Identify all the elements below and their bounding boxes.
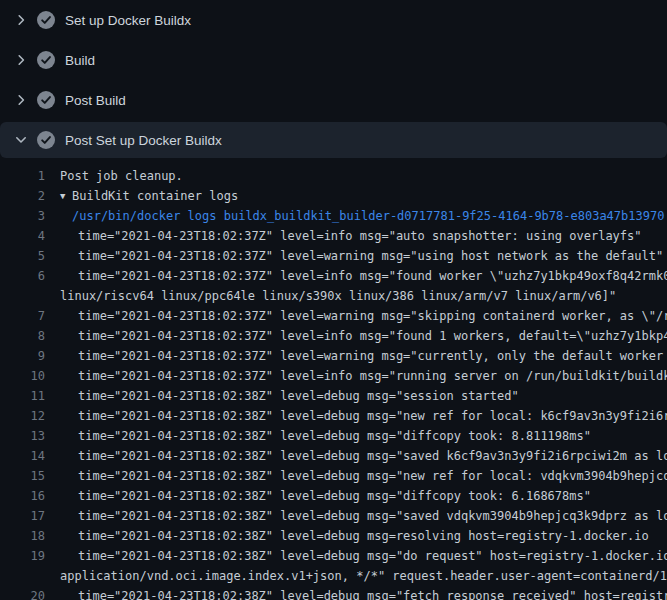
line-number[interactable]: 13 (0, 426, 45, 446)
step-label: Post Build (65, 93, 126, 108)
log-line-command: 3 /usr/bin/docker logs buildx_buildkit_b… (0, 206, 667, 226)
line-number[interactable]: 17 (0, 506, 45, 526)
line-number[interactable]: 6 (0, 266, 45, 286)
log-text: time="2021-04-23T18:02:38Z" level=debug … (45, 506, 667, 526)
line-number[interactable]: 12 (0, 406, 45, 426)
log-text: time="2021-04-23T18:02:38Z" level=debug … (45, 466, 667, 486)
step-row-post-build[interactable]: Post Build (0, 80, 667, 120)
log-line: 11 time="2021-04-23T18:02:38Z" level=deb… (0, 386, 667, 406)
step-row-build[interactable]: Build (0, 40, 667, 80)
step-label: Set up Docker Buildx (65, 13, 191, 28)
log-text: time="2021-04-23T18:02:37Z" level=info m… (45, 266, 667, 286)
chevron-right-icon (13, 12, 29, 28)
log-text: time="2021-04-23T18:02:37Z" level=info m… (45, 226, 642, 246)
group-toggle-icon[interactable]: ▼ (45, 186, 72, 206)
line-number[interactable]: 20 (0, 586, 45, 600)
log-line: 15 time="2021-04-23T18:02:38Z" level=deb… (0, 466, 667, 486)
log-command-text: /usr/bin/docker logs buildx_buildkit_bui… (45, 206, 664, 226)
log-line: 13 time="2021-04-23T18:02:38Z" level=deb… (0, 426, 667, 446)
chevron-right-icon (13, 52, 29, 68)
line-number[interactable]: 19 (0, 546, 45, 566)
line-number[interactable]: 14 (0, 446, 45, 466)
log-group-title[interactable]: BuildKit container logs (72, 186, 238, 206)
log-line-group-header[interactable]: 2 ▼ BuildKit container logs (0, 186, 667, 206)
check-circle-icon (37, 91, 55, 109)
log-line: 7 time="2021-04-23T18:02:37Z" level=warn… (0, 306, 667, 326)
log-line: 10 time="2021-04-23T18:02:37Z" level=inf… (0, 366, 667, 386)
line-number[interactable]: 9 (0, 346, 45, 366)
log-text: time="2021-04-23T18:02:38Z" level=debug … (45, 386, 519, 406)
log-line: 14 time="2021-04-23T18:02:38Z" level=deb… (0, 446, 667, 466)
step-label: Build (65, 53, 95, 68)
check-circle-icon (37, 131, 55, 149)
log-line: 20 time="2021-04-23T18:02:38Z" level=deb… (0, 586, 667, 600)
log-line-wrap-continuation: linux/riscv64 linux/ppc64le linux/s390x … (0, 286, 667, 306)
log-line: 5 time="2021-04-23T18:02:37Z" level=warn… (0, 246, 667, 266)
line-number[interactable]: 5 (0, 246, 45, 266)
chevron-down-icon (13, 132, 29, 148)
line-number[interactable]: 8 (0, 326, 45, 346)
log-text: time="2021-04-23T18:02:37Z" level=warnin… (45, 306, 667, 326)
log-line: 1 Post job cleanup. (0, 166, 667, 186)
check-circle-icon (37, 11, 55, 29)
log-text: time="2021-04-23T18:02:38Z" level=debug … (45, 446, 667, 466)
step-label: Post Set up Docker Buildx (65, 133, 222, 148)
chevron-right-icon (13, 92, 29, 108)
line-number[interactable]: 15 (0, 466, 45, 486)
line-number[interactable]: 16 (0, 486, 45, 506)
log-line-wrap-continuation: application/vnd.oci.image.index.v1+json,… (0, 566, 667, 586)
log-text: time="2021-04-23T18:02:38Z" level=debug … (45, 586, 667, 600)
step-row-set-up-docker-buildx[interactable]: Set up Docker Buildx (0, 0, 667, 40)
log-text: time="2021-04-23T18:02:38Z" level=debug … (45, 486, 591, 506)
workflow-log-viewer: Set up Docker Buildx Build Post Build (0, 0, 667, 600)
log-text: time="2021-04-23T18:02:37Z" level=warnin… (45, 346, 667, 366)
log-line: 17 time="2021-04-23T18:02:38Z" level=deb… (0, 506, 667, 526)
line-number[interactable]: 10 (0, 366, 45, 386)
line-number[interactable]: 11 (0, 386, 45, 406)
log-text: time="2021-04-23T18:02:37Z" level=info m… (45, 326, 667, 346)
log-line: 18 time="2021-04-23T18:02:38Z" level=deb… (0, 526, 667, 546)
log-text: time="2021-04-23T18:02:37Z" level=info m… (45, 366, 667, 386)
log-line: 16 time="2021-04-23T18:02:38Z" level=deb… (0, 486, 667, 506)
steps-list: Set up Docker Buildx Build Post Build (0, 0, 667, 160)
log-text: time="2021-04-23T18:02:38Z" level=debug … (45, 406, 667, 426)
log-text: linux/riscv64 linux/ppc64le linux/s390x … (0, 286, 616, 306)
log-text: application/vnd.oci.image.index.v1+json,… (0, 566, 667, 586)
log-text: Post job cleanup. (45, 166, 183, 186)
log-line: 6 time="2021-04-23T18:02:37Z" level=info… (0, 266, 667, 286)
log-text: time="2021-04-23T18:02:38Z" level=debug … (45, 526, 649, 546)
log-line: 12 time="2021-04-23T18:02:38Z" level=deb… (0, 406, 667, 426)
line-number[interactable]: 18 (0, 526, 45, 546)
line-number[interactable]: 7 (0, 306, 45, 326)
log-line: 8 time="2021-04-23T18:02:37Z" level=info… (0, 326, 667, 346)
line-number[interactable]: 3 (0, 206, 45, 226)
check-circle-icon (37, 51, 55, 69)
line-number[interactable]: 1 (0, 166, 45, 186)
log-line: 19 time="2021-04-23T18:02:38Z" level=deb… (0, 546, 667, 566)
log-line: 4 time="2021-04-23T18:02:37Z" level=info… (0, 226, 667, 246)
log-pane[interactable]: 1 Post job cleanup. 2 ▼ BuildKit contain… (0, 160, 667, 600)
log-text: time="2021-04-23T18:02:37Z" level=warnin… (45, 246, 663, 266)
line-number[interactable]: 2 (0, 186, 45, 206)
log-text: time="2021-04-23T18:02:38Z" level=debug … (45, 426, 591, 446)
step-row-post-set-up-docker-buildx[interactable]: Post Set up Docker Buildx (0, 122, 667, 158)
log-line: 9 time="2021-04-23T18:02:37Z" level=warn… (0, 346, 667, 366)
line-number[interactable]: 4 (0, 226, 45, 246)
log-text: time="2021-04-23T18:02:38Z" level=debug … (45, 546, 667, 566)
